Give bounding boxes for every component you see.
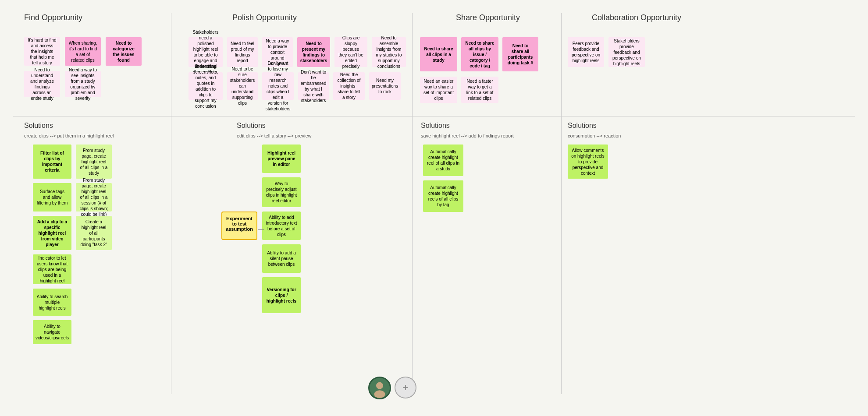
divider-3	[561, 13, 562, 394]
find-sol-1: Filter list of clips by important criter…	[33, 145, 71, 179]
user-avatar[interactable]	[368, 377, 391, 399]
find-sticky-5: Need a way to see insights from a study …	[65, 71, 101, 97]
find-sticky-3: Need to categorize the issues found	[106, 37, 142, 66]
find-opportunity-section: Find Opportunity	[24, 13, 82, 26]
polish-sol-5: Versioning for clips / highlight reels	[262, 277, 301, 313]
svg-point-2	[374, 390, 385, 398]
share-opportunity-section: Share Opportunity	[456, 13, 520, 26]
find-solutions-subtitle: create clips --> put them in a highlight…	[24, 133, 114, 138]
polish-sol-3: Ability to add introductory text before …	[262, 212, 301, 240]
svg-point-1	[376, 382, 383, 389]
find-sticky-2: When sharing, it's hard to find a set of…	[65, 37, 101, 66]
share-sticky-5: Need a faster way to get a link to a set…	[461, 77, 498, 103]
find-sol-2: From study page, create highlight reel o…	[76, 145, 112, 179]
find-sol-6: Create a highlight reel of all participa…	[76, 216, 112, 250]
find-sol-7: Indicator to let users know that clips a…	[33, 254, 71, 284]
add-button[interactable]: +	[395, 377, 416, 398]
collab-sticky-2: Stakeholders provide feedback and perspe…	[608, 37, 645, 67]
share-sticky-3: Need to share all participants doing tas…	[502, 37, 538, 71]
polish-opportunity-section: Polish Opportunity	[232, 13, 297, 26]
polish-sticky-4: Need to present my findings to stakehold…	[297, 37, 330, 67]
polish-title: Polish Opportunity	[232, 13, 297, 22]
experiment-arrow: —	[258, 226, 264, 233]
polish-solutions-subtitle: edit clips --> tell a story --> preview	[237, 133, 312, 138]
plus-icon: +	[402, 381, 409, 394]
experiment-box: Experiment to test assumption	[221, 212, 257, 240]
share-solutions-title: Solutions	[421, 122, 514, 130]
collab-title: Collaboration Opportunity	[592, 13, 681, 22]
polish-solutions-title: Solutions	[237, 122, 312, 130]
find-sticky-4: Need to understand and analyze findings …	[24, 71, 60, 97]
find-solutions-title: Solutions	[24, 122, 114, 130]
collab-sol-1: Allow comments on highlight reels to pro…	[568, 145, 608, 179]
collab-opportunity-section: Collaboration Opportunity	[592, 13, 681, 26]
polish-sticky-10: Don't want to be embarrassed by what I s…	[298, 72, 329, 100]
collab-sticky-1: Peers provide feedback and perspective o…	[568, 37, 604, 67]
polish-sticky-9: Don't want to lose my raw research notes…	[262, 72, 294, 100]
find-sol-5: Add a clip to a specific highlight reel …	[33, 216, 71, 250]
polish-sticky-12: Need my presentations to rock	[369, 72, 401, 100]
share-sticky-1: Need to share all clips in a study	[420, 37, 457, 71]
find-sol-3: Surface tags and allow filtering by them	[33, 183, 71, 212]
divider-h	[13, 116, 855, 116]
share-sticky-2: Need to share all clips by issue / categ…	[461, 37, 498, 71]
find-title: Find Opportunity	[24, 13, 82, 22]
find-sol-8: Ability to search multiple highlight ree…	[33, 289, 71, 316]
divider-2	[412, 13, 413, 394]
polish-sticky-11: Need the collection of insights I share …	[333, 72, 365, 100]
share-solutions-section: Solutions save highlight reel --> add to…	[421, 122, 514, 144]
divider-1	[171, 13, 171, 394]
polish-sticky-8: Need to be sure stakeholders can underst…	[227, 72, 258, 100]
share-sol-1: Automatically create highlight reel of a…	[423, 145, 463, 176]
find-sol-4: From study page, create highlight reel o…	[76, 183, 112, 212]
find-solutions-section: Solutions create clips --> put them in a…	[24, 122, 114, 144]
polish-sol-4: Ability to add a silent pause between cl…	[262, 244, 301, 273]
find-sol-9: Ability to navigate videos/clips/reels	[33, 320, 71, 344]
share-sol-2: Automatically create highlight reels of …	[423, 180, 463, 212]
collab-solutions-section: Solutions consumption --> reaction	[568, 122, 621, 144]
collab-solutions-title: Solutions	[568, 122, 621, 130]
share-sticky-4: Need an easier way to share a set of imp…	[420, 77, 457, 103]
polish-sticky-1: Stakeholders need a polished highlight r…	[189, 37, 223, 67]
main-canvas: Find Opportunity It's hard to find and a…	[0, 0, 868, 416]
polish-sticky-5: Clips are sloppy because they can't be e…	[334, 37, 367, 67]
polish-sol-1: Highlight reel preview pane in editor	[262, 145, 301, 173]
polish-sticky-7: Presenting screenshots, notes, and quote…	[189, 72, 223, 100]
polish-solutions-section: Solutions edit clips --> tell a story --…	[237, 122, 312, 144]
polish-sticky-6: Need to assemble insights from my studie…	[372, 37, 406, 67]
share-solutions-subtitle: save highlight reel --> add to findings …	[421, 133, 514, 138]
find-sticky-1: It's hard to find and access the insight…	[24, 37, 60, 66]
polish-sticky-2: Need to feel proud of my findings report	[227, 37, 258, 67]
share-title: Share Opportunity	[456, 13, 520, 22]
polish-sol-2: Way to precisely adjust clips in highlig…	[262, 177, 301, 207]
collab-solutions-subtitle: consumption --> reaction	[568, 133, 621, 138]
